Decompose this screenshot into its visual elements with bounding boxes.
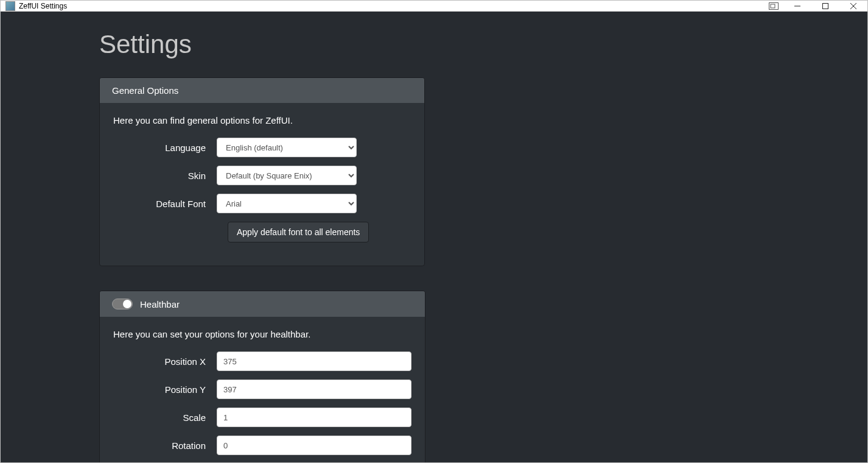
svg-rect-1 — [771, 4, 775, 8]
healthbar-posy-label: Position Y — [113, 384, 217, 395]
general-desc: Here you can find general options for Ze… — [113, 115, 411, 125]
content-container: Settings General Options Here you can fi… — [87, 12, 781, 462]
healthbar-card: Healthbar Here you can set your options … — [99, 291, 425, 462]
healthbar-posx-input[interactable] — [217, 352, 411, 371]
page-title: Settings — [99, 30, 769, 59]
app-icon — [5, 1, 15, 11]
maximize-button[interactable] — [811, 1, 839, 11]
language-label: Language — [113, 143, 217, 153]
healthbar-rotation-label: Rotation — [113, 440, 217, 451]
healthbar-title: Healthbar — [140, 299, 180, 309]
client-area[interactable]: Settings General Options Here you can fi… — [1, 12, 867, 462]
healthbar-posy-input[interactable] — [217, 380, 411, 399]
app-window: ZeffUI Settings Settings — [0, 0, 868, 463]
healthbar-posx-label: Position X — [113, 356, 217, 367]
general-options-header: General Options — [100, 78, 424, 103]
language-select[interactable]: English (default) — [217, 138, 357, 157]
window-controls — [783, 1, 867, 11]
minimize-button[interactable] — [783, 1, 811, 11]
svg-rect-3 — [823, 3, 828, 9]
healthbar-scale-label: Scale — [113, 412, 217, 423]
healthbar-header: Healthbar — [100, 291, 425, 317]
close-button[interactable] — [839, 1, 867, 11]
healthbar-desc: Here you can set your options for your h… — [113, 329, 411, 339]
font-select[interactable]: Arial — [217, 194, 357, 213]
tablet-mode-icon[interactable] — [764, 2, 783, 10]
general-options-card: General Options Here you can find genera… — [99, 77, 425, 266]
general-options-title: General Options — [112, 85, 178, 96]
titlebar: ZeffUI Settings — [1, 1, 867, 12]
apply-font-button[interactable]: Apply default font to all elements — [228, 222, 369, 242]
window-title: ZeffUI Settings — [19, 2, 67, 10]
healthbar-toggle[interactable] — [112, 299, 133, 309]
healthbar-scale-input[interactable] — [217, 408, 411, 427]
healthbar-rotation-input[interactable] — [217, 436, 411, 455]
skin-select[interactable]: Default (by Square Enix) — [217, 166, 357, 185]
skin-label: Skin — [113, 171, 217, 181]
font-label: Default Font — [113, 199, 217, 209]
